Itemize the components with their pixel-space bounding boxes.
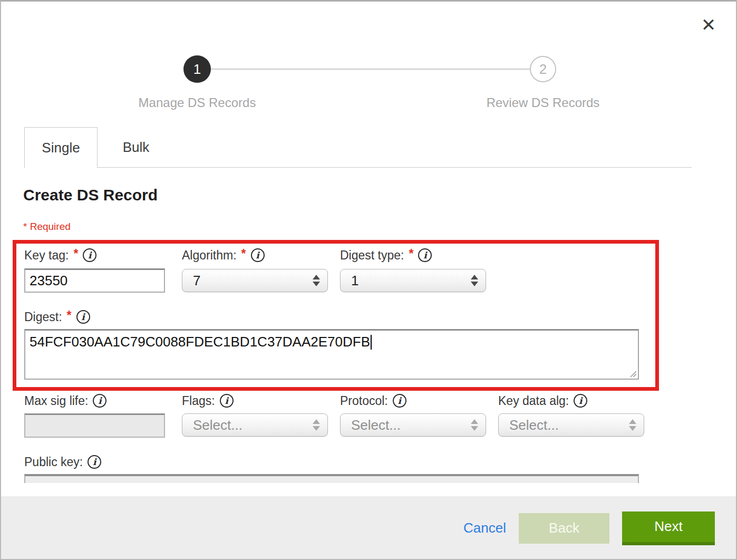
resize-grip-icon[interactable] (629, 370, 636, 377)
close-icon[interactable]: ✕ (697, 13, 720, 36)
digest-type-value: 1 (351, 273, 358, 289)
protocol-select[interactable]: Select... (340, 413, 486, 437)
public-key-label-row: Public key: i (24, 454, 101, 470)
tab-bulk[interactable]: Bulk (98, 127, 174, 167)
back-button[interactable]: Back (519, 513, 609, 544)
select-arrows-icon (313, 419, 320, 431)
max-sig-life-label: Max sig life: (24, 394, 88, 408)
key-data-alg-info-icon[interactable]: i (574, 394, 587, 408)
key-data-alg-placeholder: Select... (509, 417, 559, 433)
required-note: * Required (23, 221, 71, 233)
select-arrows-icon (313, 275, 320, 286)
algorithm-value: 7 (193, 273, 200, 289)
public-key-label: Public key: (24, 455, 83, 469)
flags-label-row: Flags: i (182, 393, 234, 409)
step-2-label: Review DS Records (464, 95, 622, 110)
algorithm-label: Algorithm: (182, 248, 237, 263)
flags-placeholder: Select... (193, 417, 243, 433)
select-arrows-icon (629, 419, 636, 431)
key-tag-info-icon[interactable]: i (83, 248, 96, 262)
select-arrows-icon (471, 419, 478, 431)
key-tag-input[interactable]: 23550 (24, 268, 165, 293)
digest-type-info-icon[interactable]: i (418, 248, 432, 262)
flags-info-icon[interactable]: i (220, 394, 234, 408)
public-key-textarea[interactable] (24, 474, 639, 483)
digest-type-label-row: Digest type: * i (340, 247, 432, 263)
algorithm-required-asterisk: * (241, 247, 246, 261)
digest-required-asterisk: * (67, 308, 72, 323)
max-sig-life-input[interactable] (24, 413, 165, 438)
digest-value: 54FCF030AA1C79C0088FDEC1BD1C37DAA2E70DFB (30, 334, 370, 350)
stepper-connector-line (211, 69, 530, 70)
protocol-label: Protocol: (340, 394, 388, 408)
digest-textarea[interactable]: 54FCF030AA1C79C0088FDEC1BD1C37DAA2E70DFB (24, 329, 639, 380)
text-cursor (371, 335, 372, 350)
algorithm-label-row: Algorithm: * i (182, 247, 265, 263)
step-2-circle: 2 (530, 56, 556, 82)
key-data-alg-label-row: Key data alg: i (498, 393, 587, 409)
key-tag-label-row: Key tag: * i (24, 247, 96, 263)
step-1-number: 1 (193, 61, 201, 78)
max-sig-life-label-row: Max sig life: i (24, 393, 106, 409)
digest-type-select[interactable]: 1 (340, 269, 486, 292)
key-tag-required-asterisk: * (73, 247, 78, 261)
protocol-label-row: Protocol: i (340, 393, 406, 409)
next-button[interactable]: Next (622, 511, 715, 545)
digest-type-required-asterisk: * (409, 247, 413, 261)
step-2-number: 2 (539, 61, 547, 78)
algorithm-select[interactable]: 7 (182, 269, 328, 292)
protocol-placeholder: Select... (351, 417, 401, 433)
digest-label-row: Digest: * i (24, 309, 90, 325)
key-tag-value: 23550 (30, 273, 67, 289)
tabbar-divider (24, 167, 692, 168)
flags-label: Flags: (182, 394, 215, 408)
algorithm-info-icon[interactable]: i (251, 248, 265, 262)
tab-single[interactable]: Single (24, 127, 98, 168)
step-1-circle: 1 (183, 55, 211, 83)
page-title: Create DS Record (23, 186, 158, 204)
public-key-info-icon[interactable]: i (88, 455, 101, 469)
protocol-info-icon[interactable]: i (393, 394, 406, 408)
flags-select[interactable]: Select... (182, 413, 328, 437)
footer-bar: Cancel Back Next (1, 496, 736, 560)
digest-label: Digest: (24, 310, 62, 324)
max-sig-life-info-icon[interactable]: i (93, 394, 106, 408)
digest-info-icon[interactable]: i (76, 310, 90, 324)
key-tag-label: Key tag: (24, 248, 69, 263)
digest-type-label: Digest type: (340, 248, 404, 263)
key-data-alg-label: Key data alg: (498, 394, 569, 408)
cancel-button[interactable]: Cancel (463, 520, 506, 536)
select-arrows-icon (471, 275, 478, 286)
step-1-label: Manage DS Records (118, 95, 276, 110)
key-data-alg-select[interactable]: Select... (498, 413, 644, 437)
